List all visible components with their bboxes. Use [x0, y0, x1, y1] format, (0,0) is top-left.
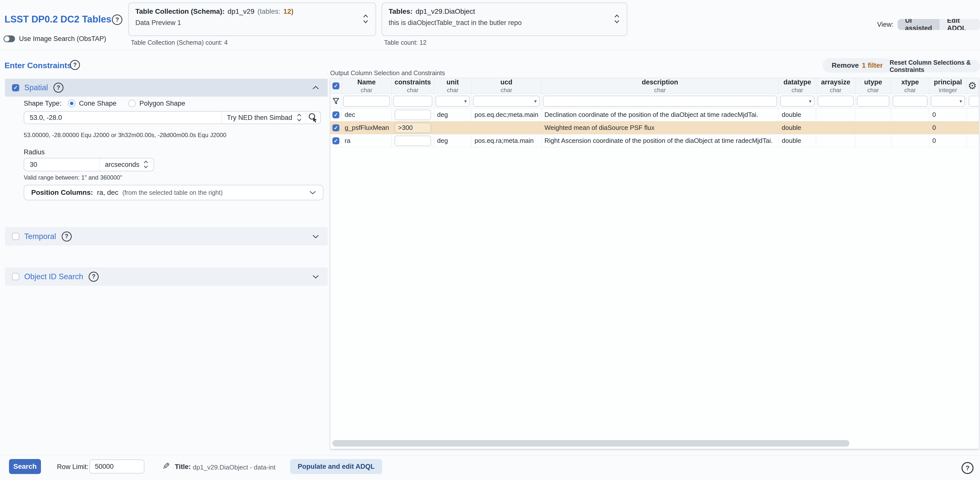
filter-arraysize-cell [816, 94, 855, 108]
chevron-up-icon[interactable] [312, 86, 319, 90]
cell-extra [967, 108, 979, 121]
reset-columns-button[interactable]: Reset Column Selections & Constraints [882, 60, 980, 72]
header-datatype[interactable]: datatypechar [779, 78, 816, 94]
arraysize-filter-input[interactable] [818, 95, 854, 106]
principal-filter-select[interactable]: ▾ [931, 95, 965, 106]
header-divider [0, 50, 980, 50]
cell-description: Declination coordinate of the position o… [541, 108, 779, 121]
polygon-shape-option[interactable]: Polygon Shape [128, 100, 185, 107]
row-limit-label: Row Limit: [57, 463, 88, 471]
image-search-toggle-label: Use Image Search (ObsTAP) [19, 35, 106, 43]
column-table-header: ✓ Namechar constraintschar unitchar ucdc… [331, 78, 979, 94]
object-id-label: Object ID Search [24, 272, 83, 281]
schema-select[interactable]: Table Collection (Schema): dp1_v29 (tabl… [128, 3, 376, 36]
table-row[interactable]: ✓ dec deg pos.eq.dec;meta.main Declinati… [331, 108, 979, 121]
spatial-section-header[interactable]: ✓ Spatial ? [5, 79, 328, 97]
image-search-toggle[interactable] [3, 35, 15, 42]
header-ucd[interactable]: ucdchar [471, 78, 541, 94]
temporal-help-icon[interactable]: ? [62, 232, 72, 242]
constraint-input[interactable] [395, 122, 431, 133]
search-button[interactable]: Search [9, 459, 41, 474]
chevron-up-down-icon [363, 14, 369, 24]
resolver-select[interactable]: Try NED then Simbad [222, 113, 306, 122]
table-select-line1: Tables: dp1_v29.DiaObject [388, 8, 620, 16]
cell-name: dec [342, 108, 391, 121]
view-edit-adql-button[interactable]: Edit ADQL [940, 19, 980, 30]
cell-constraints [391, 108, 434, 121]
header-description[interactable]: descriptionchar [541, 78, 779, 94]
row-checkbox[interactable]: ✓ [332, 111, 339, 118]
filter-funnel-icon[interactable] [332, 98, 339, 105]
header-utype[interactable]: utypechar [855, 78, 891, 94]
datatype-filter-select[interactable]: ▾ [780, 95, 815, 106]
resolve-search-button[interactable] [306, 112, 320, 123]
filter-name-cell [342, 94, 391, 108]
toggle-knob [4, 36, 10, 41]
schema-select-subtitle: Data Preview 1 [135, 19, 369, 27]
populate-adql-button[interactable]: Populate and edit ADQL [290, 459, 382, 474]
object-id-checkbox[interactable] [12, 273, 19, 280]
utype-filter-input[interactable] [857, 95, 889, 106]
header-xtype[interactable]: xtypechar [891, 78, 929, 94]
description-filter-input[interactable] [543, 95, 777, 106]
ucd-filter-select[interactable]: ▾ [473, 95, 540, 106]
query-title-value: dp1_v29.DiaObject - data-int [193, 464, 275, 471]
coordinates-input[interactable] [24, 114, 221, 122]
cell-description: Weighted mean of diaSource PSF flux [541, 121, 779, 134]
extra-filter-input[interactable] [969, 95, 979, 106]
radius-input[interactable] [24, 161, 100, 168]
view-label: View: [877, 21, 894, 29]
table-row[interactable]: ✓ ra deg pos.eq.ra;meta.main Right Ascen… [331, 134, 979, 147]
name-filter-input[interactable] [343, 95, 390, 106]
header-unit[interactable]: unitchar [434, 78, 471, 94]
remove-filter-button[interactable]: Remove 1 filter [822, 58, 892, 73]
xtype-filter-input[interactable] [892, 95, 928, 106]
row-checkbox[interactable]: ✓ [332, 137, 339, 145]
cone-shape-radio[interactable] [68, 100, 75, 107]
polygon-shape-label: Polygon Shape [139, 100, 185, 107]
spatial-help-icon[interactable]: ? [53, 83, 64, 93]
chevron-down-icon[interactable] [312, 275, 319, 279]
object-id-help-icon[interactable]: ? [89, 272, 99, 282]
constraints-help-icon[interactable]: ? [70, 60, 80, 70]
cell-ucd: pos.eq.dec;meta.main [471, 108, 541, 121]
table-select[interactable]: Tables: dp1_v29.DiaObject this is diaObj… [382, 3, 627, 36]
temporal-section-header[interactable]: Temporal ? [5, 227, 328, 245]
view-ui-assisted-button[interactable]: UI assisted [897, 19, 940, 30]
header-arraysize[interactable]: arraysizechar [816, 78, 855, 94]
cell-principal: 0 [929, 108, 967, 121]
table-options-gear-icon[interactable]: ⚙ [968, 81, 977, 91]
header-principal[interactable]: principalinteger [929, 78, 967, 94]
unit-filter-select[interactable]: ▾ [436, 95, 470, 106]
object-id-section-header[interactable]: Object ID Search ? [5, 267, 328, 286]
edit-pencil-icon[interactable]: ✎ [162, 461, 170, 472]
polygon-shape-radio[interactable] [128, 100, 136, 107]
coordinate-feedback: 53.00000, -28.00000 Equ J2000 or 3h32m00… [24, 132, 226, 138]
filter-utype-cell [855, 94, 891, 108]
cone-shape-option[interactable]: Cone Shape [68, 100, 116, 107]
row-select-cell: ✓ [331, 134, 342, 147]
select-all-checkbox[interactable]: ✓ [332, 83, 339, 89]
horizontal-scrollbar-thumb[interactable] [332, 440, 850, 447]
constraint-input[interactable] [395, 110, 431, 120]
header-constraints[interactable]: constraintschar [391, 78, 434, 94]
filter-xtype-cell [891, 94, 929, 108]
filter-extra-cell [967, 94, 979, 108]
chevron-down-icon[interactable] [312, 235, 319, 238]
position-columns-select[interactable]: Position Columns: ra, dec (from the sele… [24, 185, 323, 200]
footer-help-icon[interactable]: ? [961, 462, 974, 474]
column-table-panel: ✓ Namechar constraintschar unitchar ucdc… [330, 78, 979, 449]
table-row-highlighted[interactable]: ✓ g_psfFluxMean Weighted mean of diaSour… [331, 121, 979, 134]
enter-constraints-title: Enter Constraints [5, 61, 72, 70]
constraint-input[interactable] [395, 136, 431, 146]
filter-constraints-cell [391, 94, 434, 108]
service-help-icon[interactable]: ? [112, 14, 123, 25]
spatial-checkbox[interactable]: ✓ [12, 84, 19, 91]
cell-xtype [891, 121, 929, 134]
radius-unit-select[interactable]: arcseconds [100, 160, 152, 169]
row-limit-input[interactable] [89, 459, 144, 474]
constraints-filter-input[interactable] [393, 95, 432, 106]
row-checkbox[interactable]: ✓ [332, 124, 339, 131]
temporal-checkbox[interactable] [12, 233, 19, 240]
header-name[interactable]: Namechar [342, 78, 391, 94]
